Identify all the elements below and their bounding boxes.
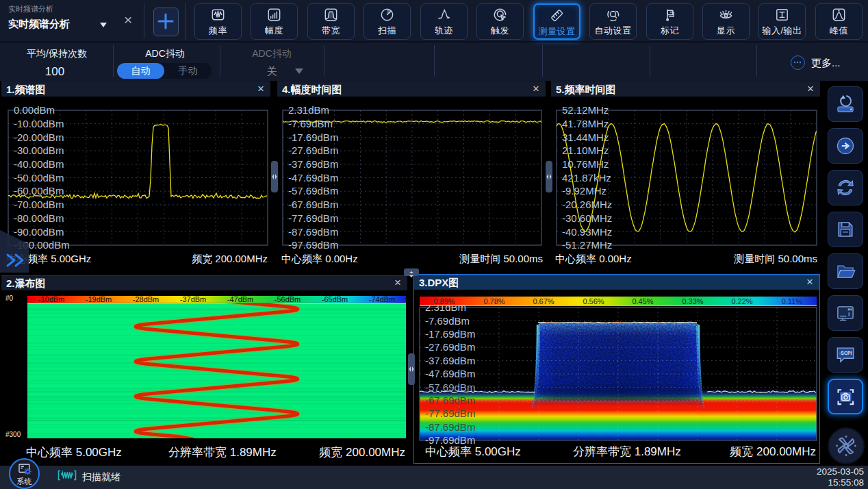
svg-text:-77.69dBm: -77.69dBm — [425, 408, 475, 419]
svg-text:-87.69dBm: -87.69dBm — [288, 226, 338, 238]
svg-text:-27.69dBm: -27.69dBm — [425, 341, 475, 353]
svg-text:-17.69dBm: -17.69dBm — [425, 328, 475, 340]
svg-text:-70.00dBm: -70.00dBm — [14, 199, 64, 210]
svg-text:421.87kHz: 421.87kHz — [562, 172, 611, 184]
svg-text:-87.69dBm: -87.69dBm — [425, 421, 475, 433]
svg-text:-51.27MHz: -51.27MHz — [562, 239, 612, 251]
svg-text:-9.92MHz: -9.92MHz — [562, 185, 607, 197]
svg-text:-60.00dBm: -60.00dBm — [14, 185, 64, 197]
svg-text:0.78%: 0.78% — [483, 297, 505, 305]
svg-text:·SCPI: ·SCPI — [839, 351, 852, 355]
svg-text:0.11%: 0.11% — [782, 297, 803, 305]
svg-text:52.12MHz: 52.12MHz — [562, 104, 609, 116]
svg-text:-20.00dBm: -20.00dBm — [14, 131, 64, 143]
svg-text:-7.69dBm: -7.69dBm — [288, 118, 333, 129]
svg-text:-37dBm: -37dBm — [180, 295, 207, 303]
svg-text:0.22%: 0.22% — [731, 297, 752, 305]
svg-text:-37.69dBm: -37.69dBm — [425, 355, 475, 366]
svg-text:41.78MHz: 41.78MHz — [562, 118, 609, 129]
svg-text:-37.69dBm: -37.69dBm — [288, 158, 338, 170]
svg-text:-40.00dBm: -40.00dBm — [14, 158, 64, 170]
svg-text:-77.69dBm: -77.69dBm — [288, 212, 338, 224]
svg-text:0.45%: 0.45% — [632, 297, 653, 305]
svg-text:-57.69dBm: -57.69dBm — [425, 381, 475, 393]
svg-text:0.56%: 0.56% — [583, 297, 604, 305]
svg-text:-67.69dBm: -67.69dBm — [425, 394, 475, 406]
svg-text:0.00dBm: 0.00dBm — [14, 104, 55, 116]
svg-text:-47dBm: -47dBm — [227, 295, 254, 303]
svg-text:0.33%: 0.33% — [682, 297, 703, 305]
svg-text:0.67%: 0.67% — [533, 297, 554, 305]
svg-text:-40.93MHz: -40.93MHz — [562, 226, 612, 238]
svg-text:-28dBm: -28dBm — [133, 295, 159, 303]
svg-text:-74dBm: -74dBm — [369, 295, 396, 303]
svg-text:-30.00dBm: -30.00dBm — [14, 145, 64, 156]
svg-text:31.44MHz: 31.44MHz — [562, 131, 609, 143]
svg-text:0.89%: 0.89% — [433, 297, 455, 305]
svg-text:-80.00dBm: -80.00dBm — [14, 212, 64, 224]
svg-text:-47.69dBm: -47.69dBm — [288, 172, 338, 184]
svg-text:-17.69dBm: -17.69dBm — [288, 131, 338, 143]
svg-text:-20.26MHz: -20.26MHz — [562, 199, 612, 210]
svg-text:-65dBm: -65dBm — [322, 295, 348, 303]
svg-text:-56dBm: -56dBm — [275, 295, 301, 303]
svg-text:-30.60MHz: -30.60MHz — [562, 212, 612, 224]
svg-text:-47.69dBm: -47.69dBm — [425, 368, 475, 379]
svg-text:2.31dBm: 2.31dBm — [288, 104, 329, 116]
svg-text:-7.69dBm: -7.69dBm — [425, 315, 470, 327]
svg-text:-10.00dBm: -10.00dBm — [14, 118, 64, 129]
svg-text:-27.69dBm: -27.69dBm — [288, 145, 338, 156]
svg-text:-97.69dBm: -97.69dBm — [288, 239, 338, 251]
svg-text:-67.69dBm: -67.69dBm — [288, 199, 338, 210]
svg-text:-10dBm: -10dBm — [38, 295, 65, 303]
svg-text:-19dBm: -19dBm — [86, 295, 112, 303]
svg-text:#300: #300 — [5, 431, 21, 438]
svg-text:-57.69dBm: -57.69dBm — [288, 185, 338, 197]
svg-text:-50.00dBm: -50.00dBm — [14, 172, 64, 184]
svg-text:#0: #0 — [5, 294, 14, 302]
